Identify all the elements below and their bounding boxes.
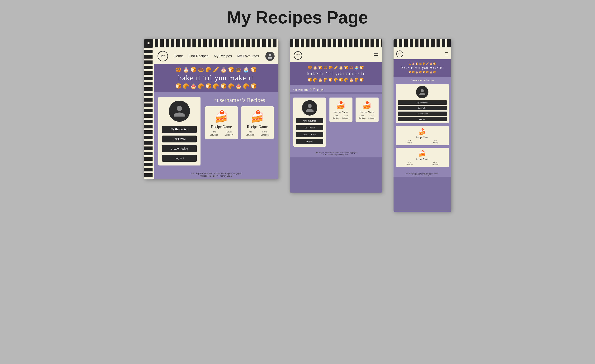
recipe-time-1: Time (208, 130, 220, 133)
tablet-create-recipe-button[interactable]: Create Recipe (296, 132, 323, 137)
desktop-footer: The recipes on this site reserve their o… (154, 170, 278, 179)
tablet-navbar: bake itbake ☰ (290, 49, 382, 62)
mobile-hero: 🥨 🎂 🍞 🍩 🥐 🥖 🎂 🍞 bake it 'til you make it… (394, 59, 451, 77)
recipe-name-2: Recipe Name (247, 125, 268, 129)
mobile-create-recipe-button[interactable]: Create Recipe (398, 112, 447, 116)
recipe-category-2: Category (259, 134, 271, 136)
mobile-recipe-name-1: Recipe Name (416, 136, 428, 139)
tablet-hero-food-top: 🥨 🎂 🍞 🍩 🥐 🥖 🎂 🍞 🍩 🧁 🍞 (294, 65, 378, 70)
mobile-footer: The recipes on this site reserve their o… (394, 172, 451, 177)
tablet-recipe-card-1[interactable]: 🍰 Recipe Name Time Level Servings Catego… (329, 98, 353, 122)
spiral-binding-top (144, 39, 278, 47)
tablet-edit-profile-button[interactable]: Edit Profile (296, 125, 323, 130)
mobile-hamburger[interactable]: ☰ (445, 52, 448, 56)
tablet-footer-line2: © Rebecca Tracey-Timoney 2021 (291, 154, 381, 156)
footer-line1: The recipes on this site reserve their o… (156, 172, 276, 175)
hero-food-top: 🥨 🎂 🍞 🍩 🥐 🥖 🎂 🍞 🍩 🧁 🍞 (157, 67, 275, 73)
recipe-level-2: Level (259, 130, 271, 133)
mobile-recipe-time-2: Time (398, 161, 422, 163)
my-favourites-button[interactable]: My Favourites (162, 126, 197, 133)
mobile-logo: bake (396, 50, 403, 57)
recipe-servings-1: Servings (208, 134, 220, 136)
recipe-card-1[interactable]: 🍰 Recipe Name Time Level Servings Catego… (205, 106, 238, 139)
tablet-recipes-grid: 🍰 Recipe Name Time Level Servings Catego… (329, 98, 379, 122)
recipe-level-1: Level (223, 130, 235, 133)
tablet-recipe-meta-2: Time Level Servings Category (359, 115, 375, 119)
mobile-recipe-servings-1: Servings (398, 142, 422, 143)
spiral-binding-left (144, 39, 153, 179)
nav-my-favourites[interactable]: My Favourites (237, 54, 259, 58)
tablet-my-favourites-button[interactable]: My Favourites (296, 118, 323, 123)
tablet-recipe-category-2: Category (368, 117, 375, 119)
mobile-edit-profile-button[interactable]: Edit Profile (398, 106, 447, 110)
tablet-recipes-title: <username>'s Recipes (293, 88, 379, 92)
mobile-footer-line1: The recipes on this site reserve their o… (395, 173, 450, 174)
mobile-recipe-card-1[interactable]: 🍰 Recipe Name Time Level Servings Catego… (396, 126, 449, 145)
nav-home[interactable]: Home (174, 54, 183, 58)
tablet-sidebar: My Favourites Edit Profile Create Recipe… (293, 98, 326, 147)
desktop-avatar (169, 100, 190, 122)
recipe-name-1: Recipe Name (211, 125, 232, 129)
mobile-logout-button[interactable]: Log out (398, 117, 447, 121)
tablet-logout-button[interactable]: Log out (296, 139, 323, 144)
desktop-mockup: bake itbake Home Find Recipes My Recipes… (144, 39, 278, 179)
desktop-hero: 🥨 🎂 🍞 🍩 🥐 🥖 🎂 🍞 🍩 🧁 🍞 bake it 'til you m… (154, 64, 278, 92)
tablet-recipe-time-1: Time (333, 115, 340, 117)
recipe-cake-icon-2: 🍰 (250, 109, 265, 123)
mobile-recipe-meta-1: Time Level Servings Category (398, 140, 447, 143)
create-recipe-button[interactable]: Create Recipe (162, 145, 197, 152)
mobile-recipe-level-2: Level (423, 161, 447, 163)
nav-my-recipes[interactable]: My Recipes (214, 54, 232, 58)
mobile-footer-line2: © Rebecca Tracey-Timoney 2021 (395, 174, 450, 175)
desktop-navbar: bake itbake Home Find Recipes My Recipes… (154, 49, 278, 64)
tablet-recipe-cake-1: 🍰 (336, 100, 346, 110)
desktop-recipes-title: <username>'s Recipes (205, 97, 274, 103)
nav-avatar[interactable] (265, 52, 275, 61)
desktop-recipes-area: <username>'s Recipes 🍰 Recipe Name Time … (205, 97, 274, 139)
mobile-hero-title: bake it 'til you make it (397, 66, 447, 70)
desktop-recipes-grid: 🍰 Recipe Name Time Level Servings Catego… (205, 106, 274, 139)
tablet-recipe-level-1: Level (342, 115, 349, 117)
tablet-recipe-card-2[interactable]: 🍰 Recipe Name Time Level Servings Catego… (355, 98, 379, 122)
recipe-card-2[interactable]: 🍰 Recipe Name Time Level Servings Catego… (241, 106, 274, 139)
tablet-recipe-meta-1: Time Level Servings Category (333, 115, 349, 119)
tablet-main: My Favourites Edit Profile Create Recipe… (290, 94, 382, 150)
tablet-recipe-category-1: Category (342, 117, 349, 119)
mobile-spiral-top (394, 39, 451, 47)
mobile-recipe-servings-2: Servings (398, 163, 422, 165)
footer-line2: © Rebecca Tracey-Timoney 2021 (156, 175, 276, 177)
mobile-recipe-category-2: Category (423, 163, 447, 165)
mobile-my-favourites-button[interactable]: My Favourites (398, 100, 447, 105)
mobile-recipe-card-2[interactable]: 🍰 Recipe Name Time Level Servings Catego… (396, 148, 449, 167)
recipe-time-2: Time (244, 130, 255, 133)
mobile-page-title: <username>'s Recipes (396, 79, 449, 82)
recipe-servings-2: Servings (244, 134, 255, 136)
mobile-mockup: bake ☰ 🥨 🎂 🍞 🍩 🥐 🥖 🎂 🍞 bake it 'til you … (394, 39, 451, 212)
tablet-recipe-name-1: Recipe Name (334, 111, 348, 114)
logout-button[interactable]: Log out (162, 155, 197, 162)
tablet-recipe-servings-1: Servings (333, 117, 340, 119)
desktop-logo: bake itbake (157, 51, 168, 61)
tablet-hero-title: bake it 'til you make it (294, 71, 378, 77)
recipe-meta-1: Time Level Servings Category (208, 130, 235, 136)
mobile-avatar (416, 86, 428, 98)
recipe-category-1: Category (223, 134, 235, 136)
mobile-recipe-cake-1: 🍰 (418, 128, 426, 135)
tablet-recipe-time-2: Time (359, 115, 366, 117)
nav-find-recipes[interactable]: Find Recipes (188, 54, 209, 58)
edit-profile-button[interactable]: Edit Profile (162, 136, 197, 143)
tablet-recipes-area: 🍰 Recipe Name Time Level Servings Catego… (329, 98, 379, 122)
mobile-inner: bake ☰ 🥨 🎂 🍞 🍩 🥐 🥖 🎂 🍞 bake it 'til you … (394, 49, 451, 212)
tablet-recipe-servings-2: Servings (359, 117, 366, 119)
mobile-hero-food-bottom: 🍞 🥐 🎂 🥐 🍞 🥐 🎂 🥐 (397, 71, 447, 73)
hamburger-menu[interactable]: ☰ (373, 52, 378, 59)
tablet-logo: bake itbake (294, 51, 302, 60)
mobile-hero-food-top: 🥨 🎂 🍞 🍩 🥐 🥖 🎂 🍞 (397, 62, 447, 65)
tablet-mockup: bake itbake ☰ 🥨 🎂 🍞 🍩 🥐 🥖 🎂 🍞 🍩 🧁 🍞 bake… (290, 39, 382, 193)
hero-food-bottom: 🍞 🥐 🎂 🥐 🍞 🥐 🍞 🥐 🎂 🥐 🍞 (157, 83, 275, 89)
desktop-inner: bake itbake Home Find Recipes My Recipes… (154, 49, 278, 179)
mobile-sidebar: My Favourites Edit Profile Create Recipe… (396, 84, 449, 123)
tablet-recipe-name-2: Recipe Name (360, 111, 374, 114)
page-title: My Recipes Page (227, 8, 368, 28)
tablet-hero-food-bottom: 🍞 🥐 🎂 🥐 🍞 🥐 🍞 🥐 🎂 🥐 🍞 (294, 78, 378, 82)
